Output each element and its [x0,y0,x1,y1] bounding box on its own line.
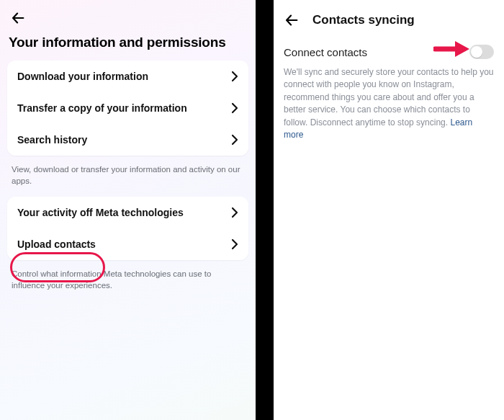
chevron-right-icon [231,134,238,146]
group2-caption: Control what information Meta technologi… [7,266,248,301]
row-upload-contacts[interactable]: Upload contacts [7,228,248,260]
row-activity-off-meta[interactable]: Your activity off Meta technologies [7,197,248,228]
group1-caption: View, download or transfer your informat… [7,161,248,197]
back-icon[interactable] [10,10,26,26]
page-title: Your information and permissions [7,30,248,61]
chevron-right-icon [231,102,238,114]
info-group-card-2: Your activity off Meta technologies Uplo… [7,197,248,260]
row-label: Download your information [17,71,148,82]
info-group-card-1: Download your information Transfer a cop… [7,61,248,156]
svg-marker-3 [455,41,469,57]
toggle-knob [471,46,482,58]
connect-contacts-description: We'll sync and securely store your conta… [284,66,494,141]
row-label: Search history [17,134,87,146]
chevron-right-icon [231,71,238,82]
annotation-arrow-icon [433,40,469,61]
information-permissions-screen: Your information and permissions Downloa… [0,0,256,420]
row-search-history[interactable]: Search history [7,124,248,156]
page-title: Contacts syncing [312,13,415,27]
chevron-right-icon [231,207,238,218]
row-transfer-copy[interactable]: Transfer a copy of your information [7,92,248,124]
row-download-your-information[interactable]: Download your information [7,61,248,92]
pane-divider [256,0,274,420]
contacts-syncing-screen: Contacts syncing Connect contacts We'll … [274,0,504,420]
row-label: Transfer a copy of your information [17,102,187,114]
row-label: Your activity off Meta technologies [17,207,184,218]
connect-contacts-toggle[interactable] [469,45,494,59]
back-icon[interactable] [284,12,300,28]
connect-contacts-label: Connect contacts [284,46,367,58]
chevron-right-icon [231,238,238,250]
row-label: Upload contacts [17,238,96,250]
